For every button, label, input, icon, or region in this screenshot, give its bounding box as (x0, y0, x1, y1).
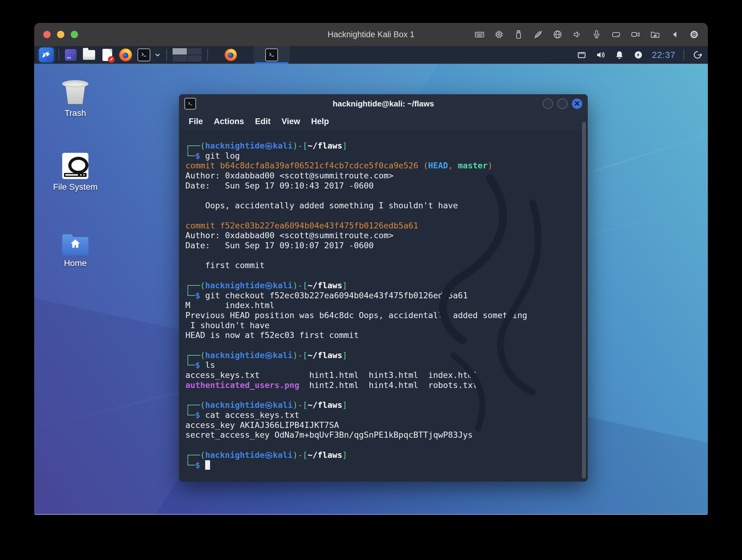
trash-icon (62, 80, 89, 105)
terminal-line: access_keys.txt hint1.html hint3.html in… (186, 370, 576, 380)
desktop-icon-label: Home (64, 258, 87, 268)
terminal-scrollbar[interactable] (582, 122, 586, 478)
terminal-close-button[interactable]: ✕ (572, 99, 582, 109)
terminal-line: ┌──(hacknightide㉿kali)-[~/flaws] (186, 141, 576, 151)
hard-drive-icon (62, 153, 89, 179)
display-icon (65, 49, 76, 61)
pencil-badge-icon (108, 56, 115, 63)
text-editor-icon (102, 49, 112, 61)
kali-menu-button[interactable] (39, 48, 54, 62)
terminal-lines: ┌──(hacknightide㉿kali)-[~/flaws]└─$ git … (186, 141, 576, 470)
terminal-line: ┌──(hacknightide㉿kali)-[~/flaws] (186, 350, 576, 360)
panel-separator (166, 49, 167, 61)
desktop-icon-trash[interactable]: Trash (36, 80, 115, 118)
workspace-4[interactable] (188, 55, 202, 62)
terminal-line (186, 251, 576, 261)
menu-actions[interactable]: Actions (214, 117, 244, 126)
vm-titlebar: Hacknightide Kali Box 1 (34, 23, 708, 46)
terminal-line (186, 440, 576, 450)
terminal-window: hacknightide@kali: ~/flaws ✕ File Action… (179, 94, 588, 481)
terminal-icon (184, 98, 196, 109)
screen-background: { "vm_window": { "title": "Hacknightide … (0, 0, 742, 560)
panel-status-area: 22:37 (576, 49, 703, 61)
workspace-switcher[interactable] (172, 48, 202, 62)
notifications-bell-icon[interactable] (614, 49, 625, 60)
terminal-line: ┌──(hacknightide㉿kali)-[~/flaws] (186, 281, 576, 291)
terminal-line: commit f52ec03b227ea6094b04e43f475fb0126… (186, 221, 576, 231)
terminal-line (186, 391, 576, 401)
logout-icon[interactable] (692, 49, 703, 60)
terminal-line: Author: 0xdabbad00 <scott@summitroute.co… (186, 231, 576, 241)
taskbar-firefox[interactable] (213, 46, 249, 64)
vm-window-title: Hacknightide Kali Box 1 (34, 30, 708, 39)
terminal-line: access_key AKIAJ366LIPB4IJKT7SA (186, 420, 576, 430)
menu-edit[interactable]: Edit (255, 117, 271, 126)
terminal-line: Previous HEAD position was b64c8dc Oops,… (186, 310, 576, 320)
ethernet-icon[interactable] (576, 49, 587, 60)
terminal-maximize-button[interactable] (557, 99, 568, 109)
kali-dragon-icon (41, 50, 52, 60)
desktop-icon-file-system[interactable]: File System (36, 153, 115, 192)
audio-volume-icon[interactable] (595, 49, 606, 60)
workspace-1[interactable] (172, 48, 187, 55)
terminal-line: └─$ git checkout f52ec03b227ea6094b04e43… (186, 291, 576, 301)
terminal-line: └─$ cat access_keys.txt (186, 410, 576, 420)
terminal-line: first commit (186, 260, 576, 270)
terminal-line (186, 191, 576, 201)
terminal-line (186, 211, 576, 221)
desktop-icon-home[interactable]: Home (36, 231, 115, 268)
file-manager-launcher[interactable] (82, 48, 96, 62)
terminal-line: HEAD is now at f52ec03 first commit (186, 330, 576, 340)
terminal-line: ┌──(hacknightide㉿kali)-[~/flaws] (186, 400, 576, 410)
file-manager-icon (83, 50, 95, 60)
terminal-line: commit b64c8dcfa8a39af06521cf4cb7cdce5f0… (186, 161, 576, 171)
terminal-line: ┌──(hacknightide㉿kali)-[~/flaws] (186, 450, 576, 460)
menu-help[interactable]: Help (311, 117, 329, 126)
firefox-icon (225, 49, 237, 61)
menu-file[interactable]: File (189, 117, 203, 126)
firefox-launcher[interactable] (119, 48, 132, 62)
kali-panel: 22:37 (34, 46, 708, 64)
terminal-content[interactable]: ┌──(hacknightide㉿kali)-[~/flaws]└─$ git … (179, 130, 588, 470)
house-icon (70, 239, 81, 249)
power-manager-icon[interactable] (633, 49, 644, 60)
home-folder-icon (62, 235, 89, 255)
panel-clock[interactable]: 22:37 (652, 50, 676, 60)
terminal-line: └─$ git log (186, 151, 576, 161)
terminal-line: Author: 0xdabbad00 <scott@summitroute.co… (186, 171, 576, 181)
vm-window: Hacknightide Kali Box 1 (34, 23, 708, 515)
terminal-menubar: File Actions Edit View Help (179, 113, 588, 130)
workspace-2[interactable] (188, 48, 202, 55)
terminal-launcher[interactable] (137, 48, 151, 62)
desktop-icon-label: Trash (65, 108, 86, 118)
terminal-icon (265, 49, 278, 61)
desktop[interactable]: Trash File System Home hacknightide@kali… (34, 64, 708, 515)
workspace-3[interactable] (172, 55, 187, 62)
terminal-titlebar[interactable]: hacknightide@kali: ~/flaws ✕ (179, 94, 588, 113)
terminal-line (186, 340, 576, 350)
desktop-icon-label: File System (53, 182, 98, 192)
terminal-icon (138, 49, 150, 61)
panel-separator (58, 49, 59, 61)
terminal-line: Oops, accidentally added something I sho… (186, 201, 576, 211)
terminal-line: └─$ (186, 460, 576, 470)
panel-separator (684, 49, 684, 61)
terminal-minimize-button[interactable] (543, 99, 553, 109)
terminal-line: Date: Sun Sep 17 09:10:43 2017 -0600 (186, 181, 576, 191)
taskbar-terminal[interactable] (254, 46, 289, 64)
terminal-title: hacknightide@kali: ~/flaws (179, 99, 588, 109)
display-launcher[interactable] (64, 48, 77, 62)
terminal-line: └─$ ls (186, 360, 576, 370)
terminal-window-buttons: ✕ (543, 99, 582, 109)
menu-view[interactable]: View (282, 117, 300, 126)
launcher-dropdown-chevron[interactable] (154, 51, 162, 59)
terminal-line (186, 270, 576, 281)
terminal-line: secret_access_key OdNa7m+bqUvF3Bn/qgSnPE… (186, 430, 576, 440)
terminal-line: I shouldn't have (186, 320, 576, 330)
text-editor-launcher[interactable] (101, 48, 114, 62)
firefox-icon (119, 49, 132, 61)
terminal-line: Date: Sun Sep 17 09:10:07 2017 -0600 (186, 241, 576, 251)
terminal-line: authenticated_users.png hint2.html hint4… (186, 380, 576, 391)
panel-separator (207, 49, 208, 61)
terminal-line: M index.html (186, 300, 576, 310)
